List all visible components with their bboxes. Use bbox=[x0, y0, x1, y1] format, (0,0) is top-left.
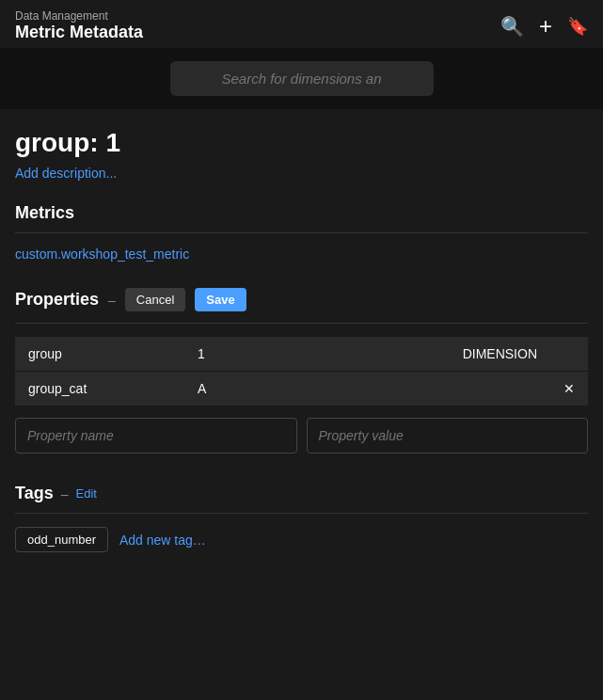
tags-header: Tags – Edit bbox=[15, 484, 588, 503]
search-icon[interactable]: 🔍 bbox=[500, 15, 524, 38]
header-left: Data Management Metric Metadata bbox=[15, 9, 143, 42]
prop-badge-dimension: DIMENSION bbox=[278, 337, 550, 372]
tags-dash: – bbox=[61, 486, 69, 501]
prop-badge-empty bbox=[278, 372, 550, 406]
property-name-input[interactable] bbox=[15, 418, 297, 453]
tags-row: odd_number Add new tag… bbox=[15, 527, 588, 552]
main-content: group: 1 Add description... Metrics cust… bbox=[0, 109, 603, 571]
app-name: Data Management bbox=[15, 9, 143, 23]
property-value-input[interactable] bbox=[307, 418, 589, 453]
new-property-row bbox=[15, 418, 588, 453]
header-icons: 🔍 + 🔖 bbox=[500, 9, 588, 40]
metric-link[interactable]: custom.workshop_test_metric bbox=[15, 247, 588, 262]
search-input[interactable] bbox=[170, 61, 434, 96]
add-description-link[interactable]: Add description... bbox=[15, 166, 588, 181]
search-bar bbox=[0, 48, 603, 109]
metrics-divider bbox=[15, 232, 588, 233]
properties-header: Properties – Cancel Save bbox=[15, 288, 588, 311]
prop-key-group-cat: group_cat bbox=[15, 372, 184, 406]
prop-key-group: group bbox=[15, 337, 184, 372]
add-tag-link[interactable]: Add new tag… bbox=[119, 533, 206, 548]
properties-table: group 1 DIMENSION group_cat A ✕ bbox=[15, 337, 588, 406]
group-title: group: 1 bbox=[15, 128, 588, 158]
tags-title: Tags bbox=[15, 484, 54, 503]
prop-spacer bbox=[550, 337, 588, 372]
prop-value-group: 1 bbox=[184, 337, 278, 372]
cancel-button[interactable]: Cancel bbox=[125, 288, 185, 311]
properties-dash: – bbox=[108, 293, 116, 308]
tags-edit-link[interactable]: Edit bbox=[75, 486, 96, 501]
tag-item: odd_number bbox=[15, 527, 108, 552]
header: Data Management Metric Metadata 🔍 + 🔖 bbox=[0, 0, 603, 48]
prop-value-group-cat: A bbox=[184, 372, 278, 406]
properties-title: Properties bbox=[15, 290, 99, 310]
save-button[interactable]: Save bbox=[195, 288, 246, 311]
properties-divider bbox=[15, 323, 588, 324]
delete-prop-button[interactable]: ✕ bbox=[550, 372, 588, 406]
page-title: Metric Metadata bbox=[15, 23, 143, 42]
tags-divider bbox=[15, 513, 588, 514]
tags-section: Tags – Edit odd_number Add new tag… bbox=[15, 484, 588, 552]
add-icon[interactable]: + bbox=[539, 13, 552, 40]
table-row: group 1 DIMENSION bbox=[15, 337, 588, 372]
table-row: group_cat A ✕ bbox=[15, 372, 588, 406]
bookmark-icon[interactable]: 🔖 bbox=[567, 16, 588, 37]
metrics-section-title: Metrics bbox=[15, 203, 588, 223]
